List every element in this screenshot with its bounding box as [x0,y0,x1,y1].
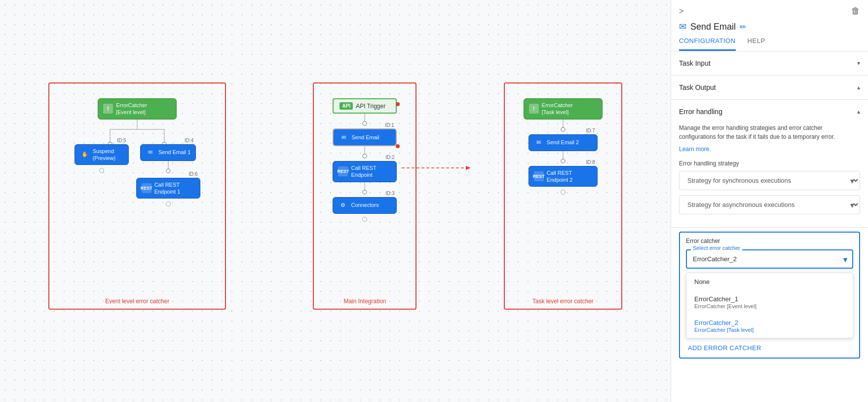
rest-main-label: Call RESTEndpoint [351,164,376,179]
error-catcher-input[interactable] [686,249,853,269]
task-input-chevron: ▾ [857,60,860,67]
async-strategy-select[interactable]: Strategy for asynchronous executions [679,195,860,214]
send-email-main-id: ID:1 [385,122,394,128]
tab-help[interactable]: HELP [748,37,765,51]
main-label: Main Integration [343,298,386,305]
svg-marker-15 [466,166,471,170]
tab-configuration[interactable]: CONFIGURATION [679,37,736,51]
line-to-rest1 [163,161,173,176]
suspend-connector [99,168,104,173]
mail1-icon: ✉ [146,148,155,158]
rest-main-icon: REST [338,166,348,176]
error-handling-title: Error handling [679,108,722,116]
option-ec1-label: ErrorCatcher_1 [694,295,738,303]
error-handling-chevron: ▴ [857,108,860,115]
learn-more-link[interactable]: Learn more. [679,146,711,153]
panel-edit-icon[interactable]: ✏ [740,22,746,32]
option-ec2-sub: ErrorCatcher [Task level] [694,327,845,333]
rest2-node[interactable]: ID:8 REST Call RESTEndpoint 2 [528,166,598,187]
rest2-connector [561,190,566,195]
error-catcher-event-node[interactable]: ! ErrorCatcher[Event level] [98,98,177,120]
connectors-node[interactable]: ID:3 ⚙ Connectors [333,197,397,214]
send-email-main-node[interactable]: ID:1 ✉ Send Email [333,128,397,146]
suspend-id: ID:5 [117,138,126,143]
rest1-node[interactable]: ID:6 REST Call RESTEndpoint 1 [136,178,200,199]
mail2-icon: ✉ [534,138,544,148]
api-trigger-label: API Trigger [356,103,385,110]
svg-point-9 [363,121,367,125]
suspend-node[interactable]: ID:5 ✋ Suspend(Preview) [75,144,129,165]
panel-title-row: ✉ Send Email ✏ [679,21,860,32]
connectors-icon: ⚙ [338,201,348,210]
sync-strategy-wrapper: Strategy for synchronous executions [679,171,860,190]
line-task-to-email2 [558,120,568,134]
error-handling-content: Manage the error handling strategies and… [671,123,868,227]
rest-main-node[interactable]: ID:2 REST Call RESTEndpoint [333,161,397,182]
svg-point-13 [363,190,367,194]
send-email1-col: ID:4 ✉ Send Email 1 ID:6 REST Call [136,144,200,208]
box3-content: ! ErrorCatcher[Task level] ID:7 ✉ Send E… [514,93,612,196]
error-catcher-select-wrapper: Select error catcher ▾ [686,249,853,269]
line-to-sendemail [360,114,370,128]
tree-fork-svg [83,120,191,144]
connectors-id: ID:3 [385,191,394,196]
send-email1-node[interactable]: ID:4 ✉ Send Email 1 [140,144,196,161]
rest1-icon: REST [142,183,151,193]
delete-icon[interactable]: 🗑 [851,6,860,16]
suspend-col: ID:5 ✋ Suspend(Preview) [75,144,129,208]
box1-content: ! ErrorCatcher[Event level] [53,93,221,207]
back-chevron[interactable]: > [679,7,683,16]
send-email-main-label: Send Email [351,134,379,141]
task-input-section: Task Input ▾ [671,51,868,76]
line-task-to-rest2 [558,151,568,166]
error-catcher-dropdown-menu: None ErrorCatcher_1 ErrorCatcher [Event … [686,273,853,338]
panel-mail-icon: ✉ [679,21,686,32]
error-catcher-task-node[interactable]: ! ErrorCatcher[Task level] [524,98,603,120]
right-panel: > 🗑 ✉ Send Email ✏ CONFIGURATION HELP Ta… [671,0,868,402]
send-email2-node[interactable]: ID:7 ✉ Send Email 2 [528,134,598,151]
option-ec2-label: ErrorCatcher_2 [694,319,738,326]
option-none-label: None [694,278,710,285]
task-input-title: Task Input [679,59,711,67]
send-email1-label: Send Email 1 [158,149,190,156]
option-ec1[interactable]: ErrorCatcher_1 ErrorCatcher [Event level… [686,290,853,314]
mail-main-icon: ✉ [339,132,348,142]
task-output-title: Task Output [679,83,716,91]
canvas-area: ! ErrorCatcher[Event level] [0,0,671,402]
option-none[interactable]: None [686,273,853,290]
error-catcher-task-label: ErrorCatcher[Task level] [542,102,573,116]
sync-strategy-select[interactable]: Strategy for synchronous executions [679,171,860,190]
dashed-arrow-svg [402,164,476,172]
main-box: API API Trigger ID:1 ✉ Send Email [313,82,416,310]
api-badge: API [340,102,353,110]
event-level-box: ! ErrorCatcher[Event level] [48,82,226,310]
suspend-label: Suspend(Preview) [93,148,115,162]
children-row: ID:5 ✋ Suspend(Preview) ID:4 ✉ Send Emai… [75,144,200,208]
line-to-connectors [360,182,370,197]
option-ec2[interactable]: ErrorCatcher_2 ErrorCatcher [Task level] [686,314,853,338]
svg-point-7 [166,169,170,173]
error-handling-header[interactable]: Error handling ▴ [671,100,868,123]
rest1-connector [166,201,171,206]
api-trigger-node[interactable]: API API Trigger [333,98,397,114]
panel-top-row: > 🗑 [679,6,860,16]
task-input-header[interactable]: Task Input ▾ [671,51,868,75]
send-email2-id: ID:7 [586,128,595,133]
send-email-main-wrapper: ID:1 ✉ Send Email [333,128,397,146]
svg-point-11 [363,154,367,158]
hand-icon: ✋ [80,150,90,160]
rest-main-id: ID:2 [385,155,394,160]
task-output-header[interactable]: Task Output ▴ [671,76,868,99]
error-catcher-event-label: ErrorCatcher[Event level] [116,102,147,116]
task-level-box: ! ErrorCatcher[Task level] ID:7 ✉ Send E… [504,82,622,310]
svg-point-19 [561,159,565,163]
api-trigger-wrapper: API API Trigger [333,98,397,114]
panel-header: > 🗑 ✉ Send Email ✏ CONFIGURATION HELP [671,0,868,51]
rest2-id: ID:8 [586,160,595,165]
panel-tabs: CONFIGURATION HELP [679,37,860,51]
rest2-label: Call RESTEndpoint 2 [547,169,573,184]
connectors-label: Connectors [351,201,378,208]
add-error-catcher-button[interactable]: ADD ERROR CATCHER [680,338,859,358]
strategy-label: Error handling strategy [679,160,860,167]
async-strategy-wrapper: Strategy for asynchronous executions [679,195,860,214]
